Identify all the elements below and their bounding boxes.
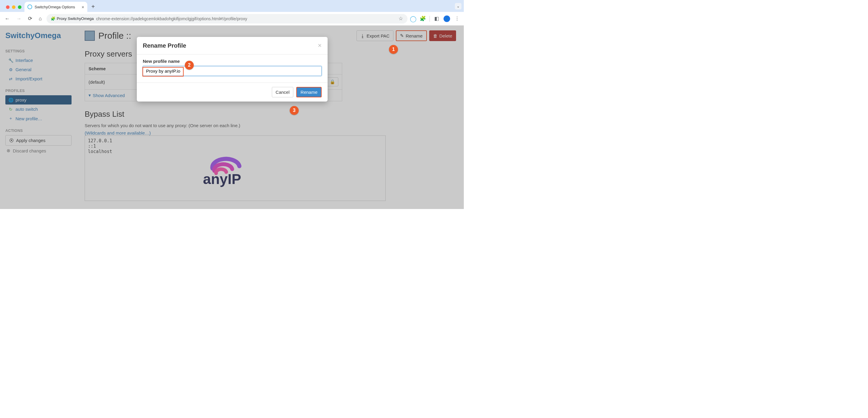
extension-favicon-icon (27, 4, 32, 9)
forward-button[interactable]: → (14, 14, 23, 23)
modal-title: Rename Profile (143, 42, 186, 49)
cancel-label: Cancel (276, 90, 290, 95)
rename-confirm-label: Rename (301, 90, 317, 95)
browser-toolbar: ← → ⟳ ⌂ 🧩 Proxy SwitchyOmega chrome-exte… (0, 12, 464, 26)
star-icon[interactable]: ☆ (398, 16, 403, 22)
maximize-window-icon[interactable] (18, 5, 22, 9)
browser-tabbar: SwitchyOmega Options × + ⌄ (0, 0, 464, 12)
rename-profile-modal: Rename Profile × New profile name Cancel… (137, 37, 328, 102)
rename-confirm-button[interactable]: Rename (296, 87, 321, 97)
window-controls (3, 5, 25, 12)
home-button[interactable]: ⌂ (37, 14, 43, 23)
new-tab-button[interactable]: + (87, 3, 99, 12)
annotation-badge-1: 1 (389, 45, 398, 54)
cancel-button[interactable]: Cancel (272, 87, 293, 97)
reload-button[interactable]: ⟳ (26, 14, 34, 23)
new-profile-name-input[interactable] (143, 66, 321, 76)
annotation-badge-2: 2 (185, 61, 194, 70)
puzzle-icon: 🧩 (51, 16, 56, 21)
new-profile-name-label: New profile name (143, 59, 321, 64)
extensions-icon[interactable]: 🧩 (420, 16, 425, 22)
close-icon[interactable]: × (318, 42, 321, 49)
back-button[interactable]: ← (3, 14, 11, 23)
separator (430, 16, 430, 22)
site-identity-label: Proxy SwitchyOmega (57, 16, 94, 21)
sidepanel-icon[interactable]: ◧ (434, 16, 439, 22)
profile-avatar-icon[interactable]: 👤 (443, 15, 450, 22)
annotation-badge-3: 3 (290, 106, 299, 115)
tab-title: SwitchyOmega Options (35, 5, 75, 9)
browser-tab[interactable]: SwitchyOmega Options × (25, 2, 87, 12)
site-identity[interactable]: 🧩 Proxy SwitchyOmega (51, 16, 94, 21)
minimize-window-icon[interactable] (12, 5, 16, 9)
switchyomega-extension-icon[interactable]: ◯ (410, 16, 416, 22)
kebab-menu-icon[interactable]: ⋮ (454, 16, 460, 22)
close-window-icon[interactable] (6, 5, 9, 9)
address-bar[interactable]: 🧩 Proxy SwitchyOmega chrome-extension://… (46, 14, 407, 24)
tabs-overflow-button[interactable]: ⌄ (455, 3, 461, 9)
close-tab-icon[interactable]: × (78, 4, 84, 9)
url-text: chrome-extension://padekgcemlokbadohgkif… (96, 16, 247, 21)
